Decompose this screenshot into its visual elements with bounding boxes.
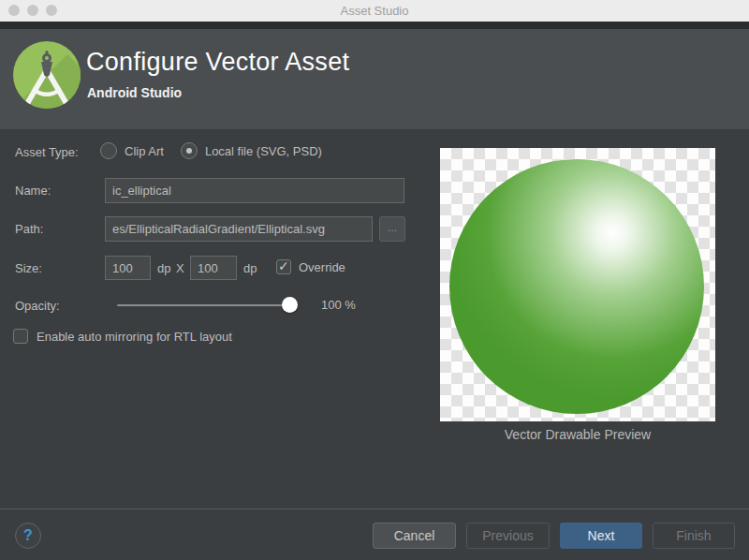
height-unit-label: dp (243, 261, 257, 275)
name-input[interactable] (105, 178, 404, 203)
page-title: Configure Vector Asset (86, 48, 349, 77)
close-window-button[interactable] (8, 5, 20, 16)
minimize-window-button[interactable] (27, 5, 38, 16)
footer-bar: ? Cancel Previous Next Finish (0, 508, 749, 560)
opacity-slider-track[interactable] (117, 304, 290, 306)
rtl-checkbox-row: Enable auto mirroring for RTL layout (13, 329, 232, 344)
override-checkbox[interactable] (276, 259, 291, 274)
name-label: Name: (15, 184, 51, 198)
android-studio-logo-icon (13, 41, 81, 109)
vector-preview-canvas (440, 148, 715, 421)
local-file-radio[interactable] (181, 142, 198, 159)
preview-caption: Vector Drawable Preview (440, 427, 715, 442)
rtl-mirroring-checkbox[interactable] (13, 329, 28, 344)
browse-path-button[interactable]: … (379, 216, 405, 242)
asset-type-label: Asset Type: (15, 145, 79, 159)
zoom-window-button[interactable] (46, 5, 57, 16)
path-label: Path: (15, 222, 43, 236)
size-separator-label: X (176, 261, 184, 275)
cancel-button[interactable]: Cancel (373, 523, 456, 549)
titlebar-divider (0, 22, 749, 29)
finish-button[interactable]: Finish (653, 523, 735, 549)
titlebar: Asset Studio (0, 0, 749, 22)
opacity-slider[interactable] (117, 297, 297, 314)
opacity-label: Opacity: (15, 299, 60, 313)
local-file-radio-label[interactable]: Local file (SVG, PSD) (205, 144, 322, 158)
wizard-header: Configure Vector Asset Android Studio (0, 29, 749, 129)
height-input[interactable] (190, 256, 237, 280)
rtl-mirroring-checkbox-label[interactable]: Enable auto mirroring for RTL layout (37, 330, 232, 344)
help-button[interactable]: ? (15, 523, 41, 549)
previous-button[interactable]: Previous (466, 523, 550, 549)
next-button[interactable]: Next (560, 523, 642, 549)
override-checkbox-row: Override (276, 259, 345, 274)
preview-sphere-image (449, 159, 704, 414)
width-input[interactable] (105, 256, 151, 280)
opacity-slider-knob[interactable] (282, 297, 298, 313)
asset-studio-dialog: Asset Studio Configure Vector Asset (0, 0, 749, 560)
asset-type-radio-group: Clip Art Local file (SVG, PSD) (100, 142, 339, 159)
clip-art-radio-label[interactable]: Clip Art (125, 144, 164, 158)
size-label: Size: (15, 261, 42, 275)
width-unit-label: dp (157, 261, 170, 275)
override-checkbox-label[interactable]: Override (299, 260, 345, 274)
path-input[interactable] (105, 216, 373, 242)
opacity-value: 100 % (321, 298, 356, 312)
traffic-lights (8, 5, 57, 16)
page-subtitle: Android Studio (87, 85, 182, 100)
clip-art-radio[interactable] (100, 142, 117, 159)
window-title: Asset Studio (341, 4, 409, 18)
